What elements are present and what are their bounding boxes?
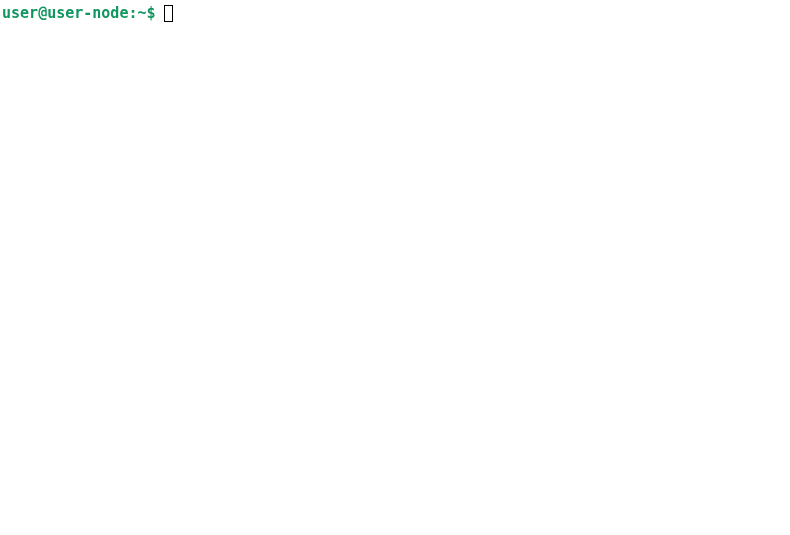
prompt-path: ~ xyxy=(137,4,146,24)
cursor xyxy=(164,5,173,22)
prompt-user: user xyxy=(2,4,38,24)
command-input[interactable] xyxy=(164,5,173,22)
prompt-symbol: $ xyxy=(147,4,156,24)
prompt-separator: : xyxy=(128,4,137,24)
prompt-at: @ xyxy=(38,4,47,24)
terminal-prompt-line: user@user-node:~$ xyxy=(2,4,788,24)
prompt-host: user-node xyxy=(47,4,128,24)
